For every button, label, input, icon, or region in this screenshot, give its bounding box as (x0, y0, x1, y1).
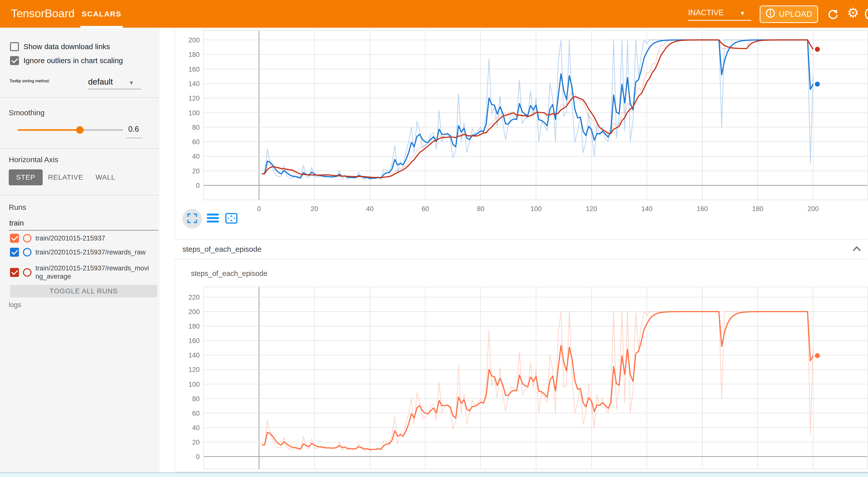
bottom-scroll-strip[interactable] (0, 473, 868, 477)
axis-option-wall[interactable]: WALL (89, 169, 122, 185)
app-title: TensorBoard (11, 7, 74, 20)
y-tick-label: 120 (188, 95, 200, 102)
horizontal-axis-label: Horizontal Axis (9, 155, 58, 164)
y-tick-label: 200 (188, 36, 200, 44)
tab-scalars[interactable]: SCALARS (80, 0, 123, 28)
chart-title-steps-of-each-episode: steps_of_each_episode (191, 269, 267, 278)
settings-sidebar: Show data download linksIgnore outliers … (0, 28, 159, 477)
option-checkbox-row[interactable]: Show data download links (10, 42, 110, 51)
gear-icon: ⚙ (847, 5, 859, 20)
x-tick-label: 180 (752, 205, 763, 213)
tooltip-sorting-underline (88, 89, 141, 89)
y-tick-label: 60 (192, 138, 200, 146)
run-item[interactable]: train/20201015-215937/rewards_moving_ave… (10, 264, 150, 281)
y-tick-label: 160 (188, 337, 200, 345)
x-tick-label: 140 (641, 205, 652, 213)
y-tick-label: 140 (188, 80, 200, 88)
y-tick-label: 0 (196, 453, 200, 460)
y-tick-label: 40 (192, 424, 200, 432)
run-color-circle[interactable] (23, 234, 31, 243)
series-rewards-raw-smoothed (262, 40, 813, 179)
app-header: TensorBoard SCALARS INACTIVE ▾ UPLOAD ⚙ (0, 0, 868, 28)
run-label: train/20201015-215937/rewards_moving_ave… (35, 264, 150, 281)
y-tick-label: 100 (188, 109, 200, 117)
run-item[interactable]: train/20201015-215937/rewards_raw (10, 248, 150, 257)
settings-button[interactable]: ⚙ (847, 6, 859, 20)
help-circle-icon (864, 6, 868, 22)
dropdown-caret-icon: ▾ (130, 79, 133, 87)
chart-toolbar (182, 209, 239, 228)
axis-option-step[interactable]: STEP (9, 169, 43, 185)
y-tick-label: 180 (188, 51, 200, 58)
refresh-icon (827, 7, 840, 21)
run-checkbox[interactable] (10, 248, 19, 257)
y-tick-label: 20 (192, 167, 200, 175)
x-tick-label: 0 (257, 205, 261, 213)
y-tick-label: 20 (192, 439, 200, 446)
y-tick-label: 0 (196, 182, 200, 189)
y-tick-label: 160 (188, 66, 200, 73)
runs-filter-input[interactable] (9, 219, 150, 227)
smoothing-slider[interactable] (18, 129, 123, 131)
series-rewards-moving-average-raw (262, 40, 813, 178)
expand-chart-button[interactable] (182, 209, 202, 228)
y-tick-label: 60 (192, 410, 200, 417)
section-header-steps-of-each-episode[interactable]: steps_of_each_episode (175, 239, 868, 259)
toggle-all-runs-button[interactable]: TOGGLE ALL RUNS (10, 285, 157, 297)
axis-option-relative[interactable]: RELATIVE (47, 169, 84, 185)
series-rewards-raw-smoothed-end-dot (815, 82, 820, 87)
help-button[interactable] (864, 6, 868, 23)
fit-to-data-icon (225, 213, 238, 225)
x-tick-label: 100 (530, 205, 541, 213)
status-dropdown[interactable]: INACTIVE (688, 8, 724, 17)
smoothing-slider-fill (18, 129, 80, 131)
runs-label: Runs (9, 203, 26, 212)
run-label: train/20201015-215937 (35, 234, 150, 243)
toggle-y-axis-button[interactable] (206, 209, 220, 228)
checkbox-unchecked-icon[interactable] (10, 42, 19, 51)
x-tick-label: 20 (311, 205, 318, 213)
horizontal-lines-icon (207, 213, 219, 224)
option-checkbox-label: Show data download links (24, 42, 110, 51)
x-tick-label: 80 (477, 205, 485, 213)
collapse-section-button[interactable] (852, 245, 862, 253)
logs-directory-label: logs (9, 301, 21, 309)
option-checkbox-row[interactable]: Ignore outliers in chart scaling (10, 56, 123, 65)
smoothing-value[interactable]: 0.6 (128, 125, 139, 134)
status-dropdown-underline (688, 20, 751, 21)
x-tick-label: 40 (366, 205, 374, 213)
section-title: steps_of_each_episode (182, 245, 261, 253)
run-item[interactable]: train/20201015-215937 (10, 234, 150, 243)
active-tab-indicator (80, 26, 123, 28)
x-tick-label: 160 (696, 205, 708, 213)
run-color-circle[interactable] (23, 248, 31, 256)
tooltip-sorting-label: Tooltip sorting method: (9, 79, 50, 83)
series-steps-smoothed-end-dot (815, 353, 820, 358)
x-tick-label: 200 (807, 205, 818, 213)
option-checkbox-label: Ignore outliers in chart scaling (24, 56, 123, 65)
run-color-circle[interactable] (23, 268, 31, 277)
fit-domain-button[interactable] (224, 209, 239, 228)
run-label: train/20201015-215937/rewards_raw (35, 248, 150, 256)
smoothing-slider-thumb[interactable] (76, 126, 84, 134)
y-tick-label: 100 (188, 381, 200, 388)
info-icon (766, 8, 775, 20)
y-tick-label: 80 (192, 395, 200, 403)
run-checkbox[interactable] (10, 268, 19, 277)
y-tick-label: 200 (188, 308, 200, 316)
dropdown-caret-icon[interactable]: ▾ (741, 9, 744, 17)
divider (0, 97, 159, 98)
y-tick-label: 140 (188, 351, 200, 359)
run-checkbox[interactable] (10, 234, 19, 243)
tooltip-sorting-select[interactable]: default (88, 77, 113, 87)
fullscreen-icon (187, 213, 198, 225)
refresh-button[interactable] (827, 7, 840, 22)
x-tick-label: 120 (586, 205, 597, 213)
divider (0, 148, 159, 149)
upload-button[interactable]: UPLOAD (760, 5, 818, 23)
series-rewards-moving-average-smoothed (262, 40, 813, 178)
runs-filter-underline (9, 230, 158, 230)
checkbox-checked-icon[interactable] (10, 56, 19, 65)
smoothing-value-underline (127, 138, 142, 138)
y-tick-label: 220 (188, 294, 200, 301)
